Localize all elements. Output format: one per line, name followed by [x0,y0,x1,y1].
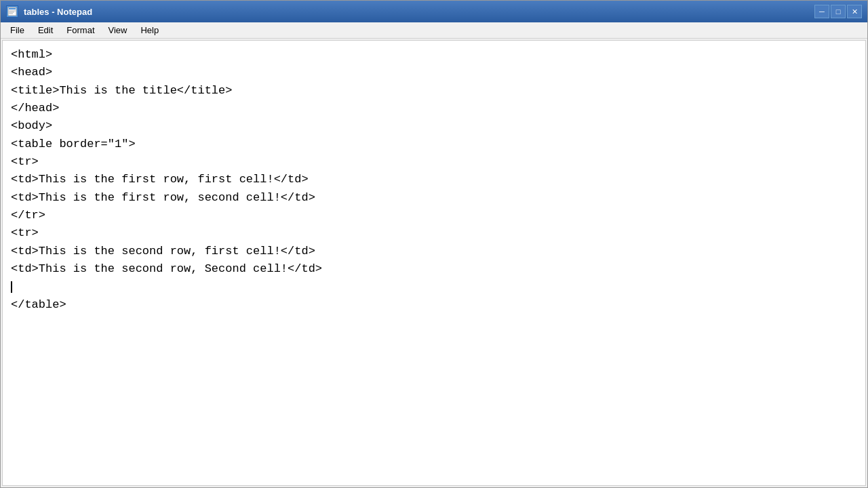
text-cursor [11,281,12,293]
menu-view[interactable]: View [102,22,134,38]
menu-file[interactable]: File [3,22,31,38]
title-bar-controls: ─ □ ✕ [814,5,862,18]
menu-format[interactable]: Format [60,22,101,38]
menu-help[interactable]: Help [134,22,165,38]
menu-bar: File Edit Format View Help [1,22,867,39]
window-title: tables - Notepad [24,7,809,17]
menu-edit[interactable]: Edit [31,22,60,38]
close-button[interactable]: ✕ [847,5,862,18]
maximize-button[interactable]: □ [831,5,846,18]
app-icon [6,5,18,18]
svg-rect-1 [9,8,16,9]
minimize-button[interactable]: ─ [814,5,829,18]
text-editor[interactable]: <html> <head> <title>This is the title</… [2,40,866,486]
notepad-window: tables - Notepad ─ □ ✕ File Edit Format … [0,0,868,488]
title-bar: tables - Notepad ─ □ ✕ [1,1,867,22]
